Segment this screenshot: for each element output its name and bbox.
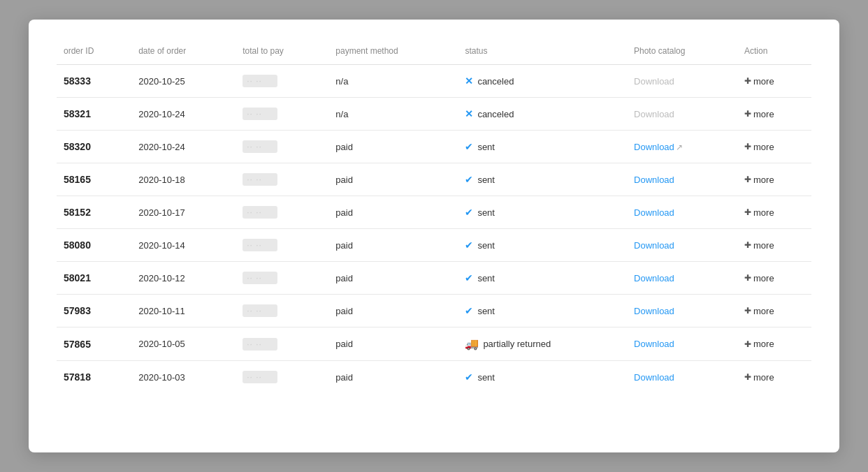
status-cell: ✔ sent: [458, 361, 627, 394]
download-link[interactable]: Download: [634, 273, 674, 283]
amount-value: ·· ··: [243, 173, 277, 186]
table-row: 58320 2020-10-24 ·· ·· paid ✔ sent Downl…: [57, 131, 811, 163]
status-cell: ✔ sent: [458, 196, 627, 229]
more-link[interactable]: ✚ more: [744, 142, 804, 152]
photo-catalog-cell[interactable]: Download↗: [627, 131, 737, 163]
plus-icon: ✚: [744, 372, 751, 382]
status-label: sent: [477, 273, 495, 283]
amount-cell: ·· ··: [236, 361, 328, 394]
orders-table: order ID date of order total to pay paym…: [57, 40, 811, 393]
status-label: canceled: [477, 76, 514, 87]
status-label: sent: [477, 142, 495, 152]
action-cell[interactable]: ✚ more: [737, 327, 811, 361]
download-disabled: Download: [634, 76, 674, 87]
payment-cell: paid: [328, 229, 458, 262]
order-id-cell: 58080: [57, 229, 131, 262]
status-cell: ✔ sent: [458, 262, 627, 295]
status-cell: ✔ sent: [458, 163, 627, 196]
amount-value: ·· ··: [243, 140, 277, 153]
check-icon: ✔: [465, 207, 473, 218]
more-label: more: [753, 175, 774, 185]
action-cell[interactable]: ✚ more: [737, 163, 811, 196]
status-label: partially returned: [483, 339, 551, 349]
more-label: more: [753, 372, 774, 383]
payment-cell: paid: [328, 262, 458, 295]
action-cell[interactable]: ✚ more: [737, 262, 811, 295]
more-link[interactable]: ✚ more: [744, 240, 804, 251]
table-header-row: order ID date of order total to pay paym…: [57, 40, 811, 65]
date-cell: 2020-10-12: [131, 262, 236, 295]
status-label: sent: [477, 207, 495, 218]
table-row: 58021 2020-10-12 ·· ·· paid ✔ sent Downl…: [57, 262, 811, 295]
photo-catalog-cell[interactable]: Download: [627, 65, 737, 98]
order-id-cell: 58165: [57, 163, 131, 196]
amount-cell: ·· ··: [236, 163, 328, 196]
download-link[interactable]: Download: [634, 207, 674, 218]
payment-cell: paid: [328, 327, 458, 361]
col-payment: payment method: [328, 40, 458, 65]
order-id-cell: 57865: [57, 327, 131, 361]
table-row: 58080 2020-10-14 ·· ·· paid ✔ sent Downl…: [57, 229, 811, 262]
more-link[interactable]: ✚ more: [744, 207, 804, 218]
plus-icon: ✚: [744, 273, 751, 283]
plus-icon: ✚: [744, 306, 751, 316]
more-link[interactable]: ✚ more: [744, 175, 804, 185]
table-row: 57865 2020-10-05 ·· ·· paid 🚚 partially …: [57, 327, 811, 361]
more-link[interactable]: ✚ more: [744, 339, 804, 349]
download-link[interactable]: Download↗: [634, 142, 683, 152]
payment-cell: paid: [328, 361, 458, 394]
action-cell[interactable]: ✚ more: [737, 361, 811, 394]
action-cell[interactable]: ✚ more: [737, 229, 811, 262]
more-link[interactable]: ✚ more: [744, 306, 804, 316]
download-link[interactable]: Download: [634, 339, 674, 349]
payment-cell: n/a: [328, 98, 458, 131]
order-id-cell: 57983: [57, 295, 131, 327]
status-label: canceled: [477, 109, 514, 119]
photo-catalog-cell[interactable]: Download: [627, 262, 737, 295]
amount-cell: ·· ··: [236, 196, 328, 229]
cursor-indicator: ↗: [676, 142, 683, 152]
action-cell[interactable]: ✚ more: [737, 196, 811, 229]
photo-catalog-cell[interactable]: Download: [627, 98, 737, 131]
more-label: more: [753, 207, 774, 218]
payment-cell: paid: [328, 131, 458, 163]
amount-cell: ·· ··: [236, 98, 328, 131]
date-cell: 2020-10-25: [131, 65, 236, 98]
more-label: more: [753, 273, 774, 283]
more-label: more: [753, 76, 774, 87]
photo-catalog-cell[interactable]: Download: [627, 196, 737, 229]
photo-catalog-cell[interactable]: Download: [627, 327, 737, 361]
cancel-icon: ✕: [465, 108, 473, 119]
more-link[interactable]: ✚ more: [744, 109, 804, 119]
more-link[interactable]: ✚ more: [744, 273, 804, 283]
plus-icon: ✚: [744, 109, 751, 119]
download-link[interactable]: Download: [634, 240, 674, 251]
photo-catalog-cell[interactable]: Download: [627, 163, 737, 196]
download-link[interactable]: Download: [634, 175, 674, 185]
action-cell[interactable]: ✚ more: [737, 131, 811, 163]
action-cell[interactable]: ✚ more: [737, 98, 811, 131]
more-link[interactable]: ✚ more: [744, 372, 804, 383]
action-cell[interactable]: ✚ more: [737, 295, 811, 327]
table-row: 58152 2020-10-17 ·· ·· paid ✔ sent Downl…: [57, 196, 811, 229]
date-cell: 2020-10-03: [131, 361, 236, 394]
table-row: 57983 2020-10-11 ·· ·· paid ✔ sent Downl…: [57, 295, 811, 327]
download-disabled: Download: [634, 109, 674, 119]
photo-catalog-cell[interactable]: Download: [627, 295, 737, 327]
more-label: more: [753, 240, 774, 251]
status-cell: 🚚 partially returned: [458, 327, 627, 361]
col-photo: Photo catalog: [627, 40, 737, 65]
download-link[interactable]: Download: [634, 372, 674, 383]
plus-icon: ✚: [744, 142, 751, 152]
col-status: status: [458, 40, 627, 65]
action-cell[interactable]: ✚ more: [737, 65, 811, 98]
amount-cell: ·· ··: [236, 65, 328, 98]
photo-catalog-cell[interactable]: Download: [627, 361, 737, 394]
payment-cell: n/a: [328, 65, 458, 98]
download-link[interactable]: Download: [634, 306, 674, 316]
more-link[interactable]: ✚ more: [744, 76, 804, 87]
plus-icon: ✚: [744, 175, 751, 184]
photo-catalog-cell[interactable]: Download: [627, 229, 737, 262]
amount-value: ·· ··: [243, 272, 277, 284]
date-cell: 2020-10-18: [131, 163, 236, 196]
